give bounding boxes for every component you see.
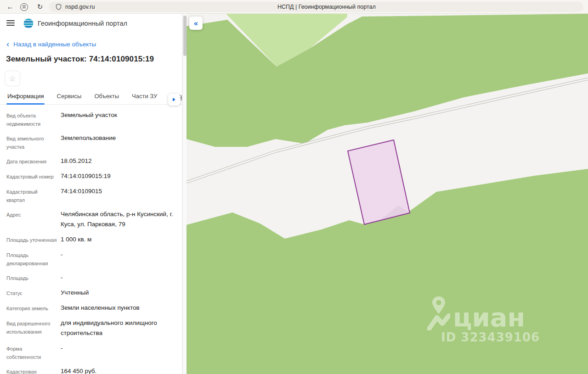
active-tab-underline [6, 103, 45, 105]
attribute-label: Кадастровый квартал [6, 188, 61, 204]
attribute-label: Площадь [6, 274, 61, 283]
attribute-row: Площадь - [6, 274, 176, 283]
browser-page-title: НСПД | Геоинформационный портал [277, 0, 376, 14]
attribute-row: Кадастровый квартал 74:14:0109015 [6, 188, 176, 204]
attribute-row: Адрес Челябинская область, р-н Кусинский… [6, 211, 176, 229]
attribute-value: 18.05.2012 [61, 156, 176, 166]
attribute-value: Земли населенных пунктов [61, 303, 176, 313]
attribute-row: Вид объекта недвижимости Земельный участ… [6, 112, 176, 128]
attribute-row: Форма собственности - [6, 345, 176, 361]
attribute-label: Площадь декларированная [6, 251, 61, 268]
attribute-row: Площадь уточненная 1 000 кв. м [6, 236, 176, 245]
attributes-list: Вид объекта недвижимости Земельный участ… [6, 112, 176, 374]
attribute-label: Вид разрешенного использования [6, 319, 61, 338]
favorite-star-button[interactable]: ☆ [5, 71, 20, 86]
tab-objects[interactable]: Объекты [94, 93, 119, 104]
tab-bar: Информация Сервисы Объекты Части ЗУ Сост… [7, 93, 182, 104]
chevron-right-icon [173, 98, 175, 101]
attribute-label: Вид объекта недвижимости [6, 112, 61, 128]
cian-watermark-brand: циан [453, 305, 525, 330]
attribute-row: Площадь декларированная - [6, 251, 176, 268]
attribute-row: Категория земель Земли населенных пункто… [6, 304, 176, 313]
browser-profile-icon[interactable]: Я [18, 0, 29, 14]
tabs-scroll-right-button[interactable] [168, 94, 180, 106]
attribute-value: для индивидуального жилищного строительс… [61, 318, 176, 338]
back-link-label: Назад в найденные объекты [13, 41, 96, 48]
attribute-row: Статус Учтенный [6, 289, 176, 298]
browser-reload-button[interactable]: ↻ [34, 0, 46, 14]
info-panel: Геоинформационный портал ‹ Назад в найде… [0, 14, 182, 374]
cian-watermark: циан ID 323439106 [427, 296, 540, 343]
attribute-label: Статус [6, 289, 61, 298]
attribute-label: Категория земель [6, 304, 61, 313]
url-text: nspd.gov.ru [65, 4, 95, 10]
browser-back-button[interactable]: ← [4, 0, 17, 14]
browser-bar: ← Я ↻ nspd.gov.ru НСПД | Геоинформационн… [0, 0, 588, 14]
attribute-row: Вид земельного участка Землепользование [6, 134, 176, 151]
attribute-label: Дата присвоения [6, 157, 61, 166]
geoportal-logo-icon [23, 18, 34, 29]
cian-pin-icon [427, 296, 450, 330]
attribute-value: 74:14:0109015:19 [61, 171, 176, 181]
attribute-value: Челябинская область, р-н Кусинский, г. К… [61, 209, 176, 229]
scrollbar-thumb[interactable] [183, 16, 187, 56]
map-canvas[interactable]: « циан ID 323439106 [187, 14, 588, 374]
attribute-row: Кадастровый номер 74:14:0109015:19 [6, 173, 176, 181]
attribute-value: - [61, 343, 176, 361]
attribute-value: Учтенный [61, 288, 176, 298]
app-title: Геоинформационный портал [38, 20, 127, 27]
menu-hamburger-icon[interactable] [6, 20, 15, 27]
attribute-label: Адрес [6, 211, 61, 229]
tab-services[interactable]: Сервисы [57, 93, 82, 104]
attribute-value: 74:14:0109015 [61, 186, 176, 204]
tab-information[interactable]: Информация [7, 93, 44, 104]
attribute-row: Кадастровая стоимость 164 450 руб. [6, 368, 176, 374]
attribute-label: Кадастровая стоимость [6, 368, 61, 374]
double-chevron-left-icon: « [194, 19, 198, 28]
attribute-label: Вид земельного участка [6, 134, 61, 151]
star-icon: ☆ [9, 74, 16, 84]
site-security-shield-icon[interactable] [56, 4, 62, 10]
attribute-value: - [61, 273, 176, 283]
attribute-row: Вид разрешенного использования для индив… [6, 319, 176, 338]
cian-watermark-id: ID 323439106 [441, 331, 540, 343]
back-to-results-link[interactable]: ‹ Назад в найденные объекты [6, 40, 96, 48]
attribute-value: 1 000 кв. м [61, 234, 176, 245]
attribute-value: Землепользование [61, 133, 176, 151]
attribute-value: - [61, 250, 176, 268]
attribute-value: Земельный участок [61, 110, 176, 128]
collapse-panel-button[interactable]: « [189, 17, 203, 30]
page-title: Земельный участок: 74:14:0109015:19 [6, 55, 154, 64]
attribute-label: Форма собственности [6, 345, 61, 361]
attribute-label: Кадастровый номер [6, 173, 61, 181]
attribute-row: Дата присвоения 18.05.2012 [6, 157, 176, 166]
tab-parts-zu[interactable]: Части ЗУ [132, 93, 157, 104]
panel-scrollbar[interactable] [182, 14, 187, 374]
chevron-left-icon: ‹ [6, 40, 9, 48]
attribute-label: Площадь уточненная [6, 236, 61, 245]
attribute-value: 164 450 руб. [61, 366, 176, 374]
parcel-polygon[interactable] [348, 140, 410, 224]
profile-letter: Я [20, 3, 28, 11]
